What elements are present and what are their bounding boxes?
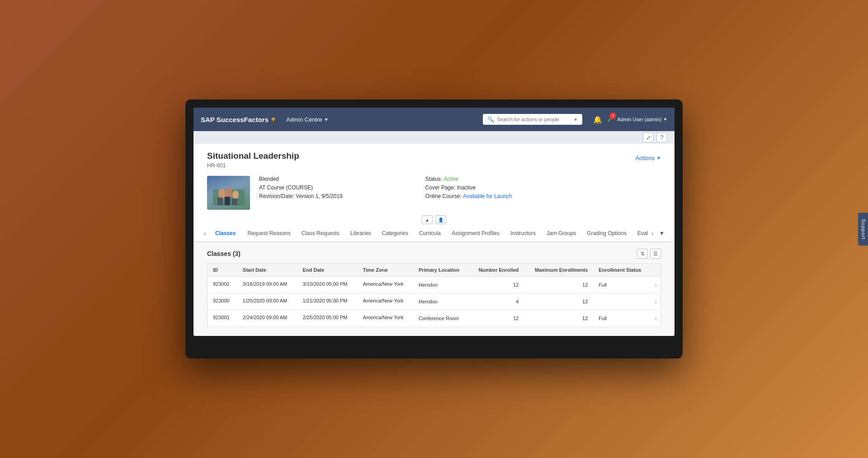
status-value: Active — [443, 176, 458, 182]
course-image-svg — [213, 180, 245, 205]
row-max-enroll: 12 — [524, 277, 593, 293]
logo-text: SAP SuccessFactors — [201, 116, 269, 123]
user-verified-button[interactable]: ✔ 7 — [607, 115, 613, 124]
svg-rect-6 — [232, 198, 237, 205]
help-icon: ? — [660, 134, 664, 141]
col-primary-location: Primary Location — [413, 264, 469, 277]
classes-actions: ⇅ ☰ — [637, 249, 661, 259]
course-meta-right: Status: Active Cover Page: Inactive Onli… — [425, 176, 661, 210]
col-id: ID — [208, 264, 237, 277]
row-max-enroll: 12 — [524, 310, 593, 327]
svg-rect-4 — [217, 198, 223, 205]
top-nav: SAP SuccessFactors ♥ Admin Centre ▼ 🔍 ▼ — [193, 108, 675, 131]
expand-button[interactable]: ⤢ — [643, 132, 654, 142]
logo-heart-icon: ♥ — [271, 115, 276, 123]
page-title: Situational Leadership — [207, 151, 299, 161]
tab-request-reasons[interactable]: Request Reasons — [242, 226, 296, 241]
course-thumbnail — [207, 176, 250, 210]
row-time-zone: America/New York — [358, 293, 413, 305]
tab-assignment-profiles[interactable]: Assignment Profiles — [446, 226, 505, 241]
row-start-date: 1/20/2020 09:00 AM — [237, 293, 297, 305]
row-id: 923001 — [208, 310, 237, 321]
notification-badge: 7 — [609, 113, 616, 119]
row-enrolled: 12 — [469, 277, 524, 293]
online-course-label: Online Course: — [425, 193, 462, 199]
row-end-date: 3/10/2020 05:00 PM — [297, 277, 357, 288]
notification-bell-button[interactable]: 🔔 — [593, 115, 602, 124]
logo-area: SAP SuccessFactors ♥ — [201, 115, 275, 123]
svg-point-3 — [232, 190, 239, 199]
col-start-date: Start Date — [237, 264, 297, 277]
row-end-date: 1/21/2020 05:00 PM — [297, 293, 357, 305]
sort-button[interactable]: ⇅ — [637, 249, 648, 259]
tab-libraries[interactable]: Libraries — [345, 226, 377, 241]
search-dropdown-icon[interactable]: ▼ — [573, 117, 578, 122]
admin-centre-menu[interactable]: Admin Centre ▼ — [286, 116, 328, 123]
table-row[interactable]: 923002 3/18/2019 09:00 AM 3/10/2020 05:0… — [208, 277, 661, 288]
tab-evaluations[interactable]: Evaluations — [632, 226, 648, 241]
col-enrollment-status: Enrollment Status — [593, 264, 651, 277]
svg-rect-5 — [225, 197, 230, 205]
admin-centre-label: Admin Centre — [286, 116, 322, 123]
tab-scroll-left-button[interactable]: ‹ — [201, 225, 209, 241]
status-label: Status: — [425, 176, 442, 182]
actions-chevron-icon: ▼ — [656, 156, 661, 161]
row-arrow[interactable]: › — [651, 277, 660, 293]
tab-jam-groups[interactable]: Jam Groups — [541, 226, 581, 241]
row-time-zone: America/New York — [358, 277, 413, 288]
tab-classes[interactable]: Classes — [209, 226, 242, 241]
row-id: 923002 — [208, 277, 237, 288]
search-input[interactable] — [497, 117, 571, 122]
filter-button[interactable]: ☰ — [650, 249, 661, 259]
classes-section: Classes (3) ⇅ ☰ ID Start Date End Date T… — [193, 242, 675, 336]
row-enrolled: 4 — [469, 293, 524, 310]
table-row[interactable]: 923001 2/24/2020 09:00 AM 2/25/2020 05:0… — [208, 310, 661, 321]
actions-label: Actions — [635, 155, 655, 161]
expand-icon: ⤢ — [646, 134, 651, 141]
course-meta-left: Blended AT Course (COURSE) Revision/Date… — [259, 176, 416, 210]
table-row[interactable]: 923000 1/20/2020 09:00 AM 1/21/2020 05:0… — [208, 293, 661, 305]
col-maximum-enrollments: Maximum Enrollments — [524, 264, 593, 277]
row-arrow[interactable]: › — [651, 293, 660, 310]
actions-button[interactable]: Actions ▼ — [635, 153, 661, 163]
col-time-zone: Time Zone — [358, 264, 413, 277]
tab-grading-options[interactable]: Grading Options — [581, 226, 632, 241]
cover-page-value: Inactive — [457, 184, 476, 191]
tabs-list: Classes Request Reasons Class Requests L… — [209, 226, 648, 241]
chevron-down-icon: ▼ — [324, 117, 329, 122]
search-bar[interactable]: 🔍 ▼ — [483, 114, 582, 125]
row-enrolled: 12 — [469, 310, 524, 327]
row-location: Conference Room — [413, 310, 469, 327]
scroll-up-button[interactable]: ▲ — [422, 215, 433, 224]
col-number-enrolled: Number Enrolled — [469, 264, 524, 277]
online-course-value: Available for Launch — [463, 193, 512, 199]
cover-page-label: Cover Page: — [425, 184, 456, 191]
row-arrow[interactable]: › — [651, 310, 660, 327]
classes-title: Classes (3) — [207, 250, 241, 257]
tab-instructors[interactable]: Instructors — [505, 226, 541, 241]
tab-more-chevron-icon: ▼ — [659, 230, 665, 236]
row-location: Herndon — [413, 277, 469, 293]
row-enroll-status: Full — [593, 277, 651, 293]
user-menu-chevron: ▼ — [663, 117, 667, 122]
search-icon: 🔍 — [487, 116, 494, 123]
tab-categories[interactable]: Categories — [377, 226, 414, 241]
scroll-person-button[interactable]: 👤 — [435, 215, 446, 224]
user-name-label: Admin User (admin) — [617, 117, 661, 122]
tab-more-button[interactable]: ▼ — [656, 226, 667, 241]
user-menu[interactable]: Admin User (admin) ▼ — [617, 117, 667, 122]
tab-scroll-right-button[interactable]: › — [648, 225, 656, 241]
row-enroll-status: Full — [593, 310, 651, 327]
page-title-area: Situational Leadership HR-601 — [207, 151, 299, 169]
row-enroll-status — [593, 293, 651, 310]
row-max-enroll: 12 — [524, 293, 593, 310]
tab-curricula[interactable]: Curricula — [414, 226, 446, 241]
classes-table: ID Start Date End Date Time Zone Primary… — [207, 263, 661, 327]
row-time-zone: America/New York — [358, 310, 413, 321]
row-end-date: 2/25/2020 05:00 PM — [297, 310, 357, 321]
tab-class-requests[interactable]: Class Requests — [296, 226, 345, 241]
row-start-date: 3/18/2019 09:00 AM — [237, 277, 297, 288]
row-id: 923000 — [208, 293, 237, 305]
help-button[interactable]: ? — [656, 132, 667, 142]
page-subtitle: HR-601 — [207, 162, 299, 169]
